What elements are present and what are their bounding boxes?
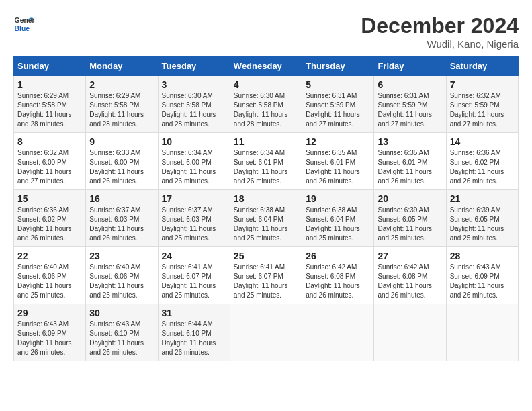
day-info: Sunrise: 6:44 AMSunset: 6:10 PMDaylight:…: [162, 320, 216, 356]
day-number: 5: [306, 79, 370, 90]
weekday-header-tuesday: Tuesday: [158, 57, 230, 76]
day-number: 31: [162, 308, 226, 318]
day-info: Sunrise: 6:38 AMSunset: 6:04 PMDaylight:…: [234, 206, 288, 242]
calendar-cell: [374, 304, 446, 361]
weekday-header-row: SundayMondayTuesdayWednesdayThursdayFrid…: [14, 57, 519, 76]
calendar-cell: [446, 304, 518, 361]
calendar-cell: 17 Sunrise: 6:37 AMSunset: 6:03 PMDaylig…: [158, 190, 230, 247]
calendar-cell: 2 Sunrise: 6:29 AMSunset: 5:58 PMDayligh…: [86, 76, 158, 133]
day-info: Sunrise: 6:43 AMSunset: 6:09 PMDaylight:…: [17, 320, 72, 356]
day-info: Sunrise: 6:33 AMSunset: 6:00 PMDaylight:…: [89, 149, 144, 185]
day-info: Sunrise: 6:42 AMSunset: 6:08 PMDaylight:…: [306, 263, 360, 299]
calendar-cell: 19 Sunrise: 6:38 AMSunset: 6:04 PMDaylig…: [302, 190, 374, 247]
day-info: Sunrise: 6:37 AMSunset: 6:03 PMDaylight:…: [89, 206, 144, 242]
day-info: Sunrise: 6:36 AMSunset: 6:02 PMDaylight:…: [450, 149, 504, 185]
day-info: Sunrise: 6:35 AMSunset: 6:01 PMDaylight:…: [378, 149, 432, 185]
page-header: General Blue December 2024 Wudil, Kano, …: [13, 13, 519, 50]
calendar-cell: 20 Sunrise: 6:39 AMSunset: 6:05 PMDaylig…: [374, 190, 446, 247]
day-info: Sunrise: 6:30 AMSunset: 5:58 PMDaylight:…: [162, 92, 216, 128]
calendar-cell: 10 Sunrise: 6:34 AMSunset: 6:00 PMDaylig…: [158, 133, 230, 190]
location: Wudil, Kano, Nigeria: [361, 38, 519, 50]
day-info: Sunrise: 6:36 AMSunset: 6:02 PMDaylight:…: [17, 206, 72, 242]
calendar-cell: 16 Sunrise: 6:37 AMSunset: 6:03 PMDaylig…: [86, 190, 158, 247]
calendar-cell: 14 Sunrise: 6:36 AMSunset: 6:02 PMDaylig…: [446, 133, 518, 190]
day-number: 10: [162, 136, 226, 147]
calendar-cell: 25 Sunrise: 6:41 AMSunset: 6:07 PMDaylig…: [230, 247, 302, 304]
calendar-cell: 8 Sunrise: 6:32 AMSunset: 6:00 PMDayligh…: [14, 133, 86, 190]
day-number: 2: [89, 79, 154, 90]
calendar-cell: 27 Sunrise: 6:42 AMSunset: 6:08 PMDaylig…: [374, 247, 446, 304]
weekday-header-sunday: Sunday: [14, 57, 86, 76]
day-info: Sunrise: 6:37 AMSunset: 6:03 PMDaylight:…: [162, 206, 216, 242]
calendar-cell: 9 Sunrise: 6:33 AMSunset: 6:00 PMDayligh…: [86, 133, 158, 190]
calendar-cell: 1 Sunrise: 6:29 AMSunset: 5:58 PMDayligh…: [14, 76, 86, 133]
svg-text:Blue: Blue: [15, 25, 30, 32]
day-info: Sunrise: 6:29 AMSunset: 5:58 PMDaylight:…: [17, 92, 72, 128]
day-number: 15: [17, 193, 82, 204]
day-info: Sunrise: 6:34 AMSunset: 6:01 PMDaylight:…: [234, 149, 288, 185]
day-number: 16: [89, 193, 154, 204]
calendar-cell: 30 Sunrise: 6:43 AMSunset: 6:10 PMDaylig…: [86, 304, 158, 361]
day-number: 22: [17, 250, 82, 261]
day-number: 23: [89, 250, 154, 261]
day-number: 14: [450, 136, 515, 147]
day-number: 17: [162, 193, 226, 204]
calendar-cell: [302, 304, 374, 361]
day-number: 27: [378, 250, 442, 261]
calendar-cell: 24 Sunrise: 6:41 AMSunset: 6:07 PMDaylig…: [158, 247, 230, 304]
calendar-cell: 29 Sunrise: 6:43 AMSunset: 6:09 PMDaylig…: [14, 304, 86, 361]
calendar-cell: [230, 304, 302, 361]
day-info: Sunrise: 6:43 AMSunset: 6:10 PMDaylight:…: [89, 320, 144, 356]
logo-icon: General Blue: [13, 13, 35, 35]
day-number: 20: [378, 193, 442, 204]
title-block: December 2024 Wudil, Kano, Nigeria: [361, 13, 519, 50]
calendar-week-1: 1 Sunrise: 6:29 AMSunset: 5:58 PMDayligh…: [14, 76, 519, 133]
day-info: Sunrise: 6:38 AMSunset: 6:04 PMDaylight:…: [306, 206, 360, 242]
calendar-week-2: 8 Sunrise: 6:32 AMSunset: 6:00 PMDayligh…: [14, 133, 519, 190]
day-number: 25: [234, 250, 298, 261]
day-info: Sunrise: 6:29 AMSunset: 5:58 PMDaylight:…: [89, 92, 144, 128]
calendar-week-4: 22 Sunrise: 6:40 AMSunset: 6:06 PMDaylig…: [14, 247, 519, 304]
day-number: 18: [234, 193, 298, 204]
day-number: 29: [17, 308, 82, 318]
day-info: Sunrise: 6:32 AMSunset: 6:00 PMDaylight:…: [17, 149, 72, 185]
day-info: Sunrise: 6:40 AMSunset: 6:06 PMDaylight:…: [89, 263, 144, 299]
calendar-week-3: 15 Sunrise: 6:36 AMSunset: 6:02 PMDaylig…: [14, 190, 519, 247]
calendar-week-5: 29 Sunrise: 6:43 AMSunset: 6:09 PMDaylig…: [14, 304, 519, 361]
day-number: 11: [234, 136, 298, 147]
day-number: 19: [306, 193, 370, 204]
day-number: 26: [306, 250, 370, 261]
calendar-cell: 11 Sunrise: 6:34 AMSunset: 6:01 PMDaylig…: [230, 133, 302, 190]
day-number: 3: [162, 79, 226, 90]
day-info: Sunrise: 6:43 AMSunset: 6:09 PMDaylight:…: [450, 263, 504, 299]
day-info: Sunrise: 6:41 AMSunset: 6:07 PMDaylight:…: [162, 263, 216, 299]
calendar-cell: 18 Sunrise: 6:38 AMSunset: 6:04 PMDaylig…: [230, 190, 302, 247]
weekday-header-saturday: Saturday: [446, 57, 518, 76]
calendar-cell: 13 Sunrise: 6:35 AMSunset: 6:01 PMDaylig…: [374, 133, 446, 190]
day-number: 13: [378, 136, 442, 147]
day-info: Sunrise: 6:30 AMSunset: 5:58 PMDaylight:…: [234, 92, 288, 128]
calendar-cell: 21 Sunrise: 6:39 AMSunset: 6:05 PMDaylig…: [446, 190, 518, 247]
calendar-cell: 12 Sunrise: 6:35 AMSunset: 6:01 PMDaylig…: [302, 133, 374, 190]
month-title: December 2024: [361, 13, 519, 38]
day-number: 8: [17, 136, 82, 147]
calendar-cell: 26 Sunrise: 6:42 AMSunset: 6:08 PMDaylig…: [302, 247, 374, 304]
weekday-header-thursday: Thursday: [302, 57, 374, 76]
day-number: 30: [89, 308, 154, 318]
day-info: Sunrise: 6:31 AMSunset: 5:59 PMDaylight:…: [378, 92, 432, 128]
calendar-cell: 31 Sunrise: 6:44 AMSunset: 6:10 PMDaylig…: [158, 304, 230, 361]
day-number: 6: [378, 79, 442, 90]
day-info: Sunrise: 6:41 AMSunset: 6:07 PMDaylight:…: [234, 263, 288, 299]
day-info: Sunrise: 6:31 AMSunset: 5:59 PMDaylight:…: [306, 92, 360, 128]
day-info: Sunrise: 6:39 AMSunset: 6:05 PMDaylight:…: [450, 206, 504, 242]
calendar-cell: 22 Sunrise: 6:40 AMSunset: 6:06 PMDaylig…: [14, 247, 86, 304]
day-info: Sunrise: 6:35 AMSunset: 6:01 PMDaylight:…: [306, 149, 360, 185]
calendar-table: SundayMondayTuesdayWednesdayThursdayFrid…: [13, 56, 519, 361]
weekday-header-monday: Monday: [86, 57, 158, 76]
day-info: Sunrise: 6:40 AMSunset: 6:06 PMDaylight:…: [17, 263, 72, 299]
weekday-header-wednesday: Wednesday: [230, 57, 302, 76]
calendar-cell: 15 Sunrise: 6:36 AMSunset: 6:02 PMDaylig…: [14, 190, 86, 247]
day-number: 4: [234, 79, 298, 90]
day-number: 21: [450, 193, 515, 204]
day-number: 1: [17, 79, 82, 90]
